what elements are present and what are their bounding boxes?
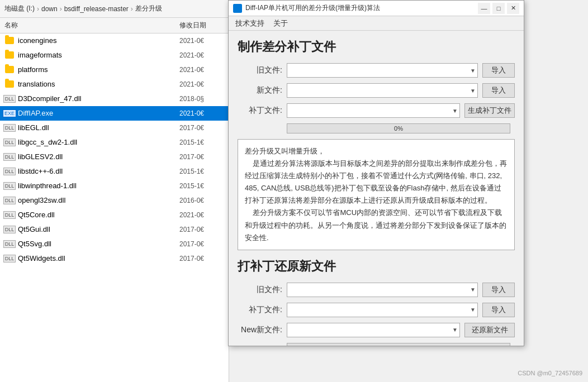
s2-old-file-label: 旧文件: (238, 285, 282, 295)
item-name: platforms (18, 65, 179, 74)
section2-title: 打补丁还原新文件 (238, 258, 515, 275)
s2-new-file-label: New新文件: (238, 325, 282, 335)
list-item[interactable]: DLLlibgcc_s_dw2-1.dll2015-1€ (0, 135, 229, 150)
list-item[interactable]: DLLQt5Gui.dll2017-0€ (0, 222, 229, 237)
item-date: 2015-1€ (179, 168, 224, 175)
list-item[interactable]: DLLQt5Core.dll2021-0€ (0, 208, 229, 222)
sep3: › (131, 5, 133, 13)
close-button[interactable]: ✕ (507, 3, 519, 14)
item-name: Qt5Svg.dll (18, 240, 179, 248)
list-item[interactable]: DLLlibEGL.dll2017-0€ (0, 121, 229, 135)
dll-icon: DLL (4, 195, 15, 206)
dialog-menubar: 技术支持 关于 (229, 16, 524, 31)
item-name: libstdc++-6.dll (18, 167, 179, 175)
new-file-select-wrapper: ▼ (287, 83, 478, 98)
list-item[interactable]: EXEDiffIAP.exe2021-0€ (0, 106, 229, 121)
explorer-header: 名称 修改日期 (0, 18, 229, 34)
s2-patch-file-select[interactable] (287, 303, 478, 317)
titlebar-controls: — □ ✕ (478, 3, 519, 14)
patch-file-row: 补丁文件: ▼ 生成补丁文件 (238, 103, 515, 118)
s2-new-file-select-wrapper: ▼ (287, 323, 460, 337)
s2-old-file-select[interactable] (287, 283, 478, 297)
s2-new-file-select[interactable] (287, 323, 460, 337)
item-date: 2017-0€ (179, 240, 224, 248)
minimize-button[interactable]: — (478, 3, 490, 14)
old-file-label: 旧文件: (238, 65, 282, 75)
item-date: 2017-0€ (179, 124, 224, 132)
list-item[interactable]: DLLlibGLESV2.dll2017-0€ (0, 150, 229, 164)
old-file-select[interactable] (287, 63, 478, 78)
list-item[interactable]: DLLQt5Svg.dll2017-0€ (0, 237, 229, 251)
list-item[interactable]: iconengines2021-0€ (0, 34, 229, 48)
item-date: 2015-1€ (179, 139, 224, 146)
item-date: 2016-0€ (179, 197, 224, 204)
menu-about[interactable]: 关于 (269, 17, 292, 30)
item-name: iconengines (18, 36, 179, 45)
menu-tech-support[interactable]: 技术支持 (231, 17, 269, 30)
item-date: 2017-0€ (179, 226, 224, 233)
list-item[interactable]: DLLlibwinpthread-1.dll2015-1€ (0, 179, 229, 193)
new-file-import-btn[interactable]: 导入 (482, 83, 515, 98)
folder-icon (4, 65, 15, 75)
s2-patch-file-row: 补丁文件: ▼ 导入 (238, 303, 515, 317)
progress-row1: 0% (238, 123, 515, 133)
progress-bar1: 0% (287, 123, 510, 133)
address-part-drive: 地磁盘 (I:) (4, 4, 35, 13)
maximize-button[interactable]: □ (492, 3, 505, 14)
old-file-select-wrapper: ▼ (287, 63, 478, 78)
item-name: libgcc_s_dw2-1.dll (18, 138, 179, 146)
dialog-body: 制作差分补丁文件 旧文件: ▼ 导入 新文件: ▼ 导入 补丁文件: ▼ 生成补… (229, 31, 524, 346)
item-name: libGLESV2.dll (18, 152, 179, 161)
dll-icon: DLL (4, 94, 15, 104)
list-item[interactable]: DLLD3Dcompiler_47.dll2018-0§ (0, 92, 229, 106)
explorer-list: iconengines2021-0€imageformats2021-0€pla… (0, 34, 229, 266)
address-part-bsdiff: bsdiff_release-master (64, 5, 129, 13)
list-item[interactable]: DLLQt5Widgets.dll2017-0€ (0, 251, 229, 266)
item-date: 2021-0€ (179, 80, 224, 88)
list-item[interactable]: DLLlibstdc++-6.dll2015-1€ (0, 164, 229, 179)
dll-icon: DLL (4, 225, 15, 235)
dll-icon: DLL (4, 181, 15, 191)
item-name: imageformats (18, 51, 179, 59)
item-name: translations (18, 80, 179, 88)
list-item[interactable]: DLLopengl32sw.dll2016-0€ (0, 193, 229, 208)
item-name: DiffIAP.exe (18, 109, 179, 117)
file-explorer: 地磁盘 (I:) › down › bsdiff_release-master … (0, 0, 229, 382)
item-name: Qt5Core.dll (18, 211, 179, 219)
new-file-row: 新文件: ▼ 导入 (238, 83, 515, 98)
item-date: 2021-0€ (179, 37, 224, 45)
dll-icon: DLL (4, 210, 15, 220)
address-part-down: down (41, 5, 58, 13)
progress-label1: 0% (287, 124, 510, 133)
item-date: 2018-0§ (179, 95, 224, 103)
dll-icon: DLL (4, 239, 15, 249)
col-name-header: 名称 (4, 21, 179, 30)
section1-title: 制作差分补丁文件 (238, 39, 515, 55)
item-date: 2021-0€ (179, 211, 224, 219)
dll-icon: DLL (4, 137, 15, 147)
progress-label2: 0% (287, 343, 510, 346)
patch-file-select[interactable] (287, 103, 460, 118)
old-file-import-btn[interactable]: 导入 (482, 63, 515, 78)
list-item[interactable]: imageformats2021-0€ (0, 48, 229, 63)
s2-old-file-row: 旧文件: ▼ 导入 (238, 283, 515, 297)
item-date: 2021-0€ (179, 66, 224, 74)
list-item[interactable]: platforms2021-0€ (0, 63, 229, 77)
item-name: D3Dcompiler_47.dll (18, 94, 179, 103)
s2-patch-file-select-wrapper: ▼ (287, 303, 478, 317)
item-name: Qt5Gui.dll (18, 225, 179, 233)
list-item[interactable]: translations2021-0€ (0, 77, 229, 92)
s2-old-file-import-btn[interactable]: 导入 (482, 283, 515, 297)
item-name: Qt5Widgets.dll (18, 254, 179, 262)
dialog-titlebar: Diff-IAP单片机可用的差分升级(增量升级)算法 — □ ✕ (229, 1, 524, 16)
restore-btn[interactable]: 还原新文件 (464, 323, 515, 337)
folder-icon (4, 79, 15, 89)
new-file-select[interactable] (287, 83, 478, 98)
old-file-row: 旧文件: ▼ 导入 (238, 63, 515, 78)
item-name: libwinpthread-1.dll (18, 182, 179, 190)
generate-btn[interactable]: 生成补丁文件 (464, 103, 515, 118)
progress-bar2: 0% (287, 343, 510, 346)
s2-patch-file-import-btn[interactable]: 导入 (482, 303, 515, 317)
folder-icon (4, 50, 15, 60)
dll-icon: DLL (4, 254, 15, 264)
